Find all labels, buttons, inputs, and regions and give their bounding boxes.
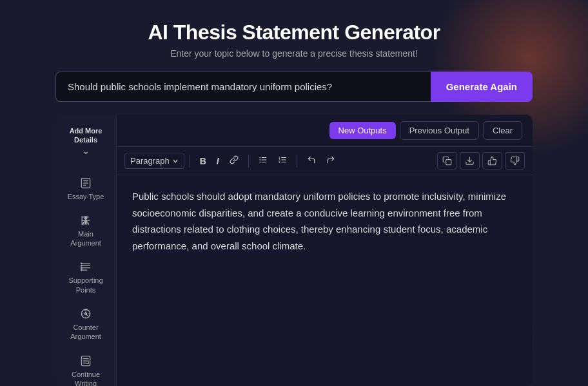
divider-1 bbox=[190, 155, 190, 168]
download-button[interactable] bbox=[460, 152, 480, 169]
page-title: AI Thesis Statement Generator bbox=[148, 21, 440, 44]
generate-button[interactable]: Generate Again bbox=[431, 72, 533, 102]
thumbs-down-button[interactable] bbox=[505, 152, 525, 169]
list-ol-icon: 1 2 3 bbox=[278, 155, 287, 164]
unordered-list-button[interactable] bbox=[254, 153, 272, 169]
link-icon bbox=[230, 155, 239, 164]
svg-rect-34 bbox=[446, 160, 451, 165]
essay-type-label: Essay Type bbox=[68, 192, 104, 201]
editor-area: New Outputs Previous Output Clear Paragr… bbox=[117, 115, 533, 386]
redo-button[interactable] bbox=[322, 153, 340, 169]
svg-point-14 bbox=[81, 267, 83, 269]
chevron-down-icon: ⌄ bbox=[64, 147, 108, 156]
topic-input[interactable] bbox=[55, 72, 431, 102]
sidebar-item-supporting-points[interactable]: Supporting Points bbox=[60, 255, 112, 300]
paragraph-select[interactable]: Paragraph bbox=[124, 153, 184, 169]
main-argument-icon bbox=[79, 214, 92, 227]
supporting-points-icon bbox=[79, 260, 92, 273]
svg-point-27 bbox=[259, 162, 260, 163]
text-format-group: B I bbox=[195, 153, 243, 169]
main-argument-label: Main Argument bbox=[64, 229, 108, 248]
italic-button[interactable]: I bbox=[212, 153, 224, 169]
action-icons bbox=[437, 152, 525, 169]
list-format-group: 1 2 3 bbox=[254, 153, 291, 169]
format-toolbar: Paragraph B I bbox=[117, 147, 533, 175]
undo-icon bbox=[307, 155, 316, 164]
sidebar-item-continue-writing[interactable]: Continue Writing bbox=[60, 349, 112, 386]
clear-button[interactable]: Clear bbox=[483, 121, 522, 140]
previous-output-button[interactable]: Previous Output bbox=[400, 121, 479, 140]
paragraph-label: Paragraph bbox=[130, 156, 170, 166]
svg-point-15 bbox=[81, 270, 83, 271]
paragraph-dropdown-icon bbox=[172, 158, 179, 164]
output-toolbar: New Outputs Previous Output Clear bbox=[117, 115, 533, 147]
page-subtitle: Enter your topic below to generate a pre… bbox=[148, 48, 440, 59]
svg-point-12 bbox=[81, 264, 83, 265]
svg-point-13 bbox=[81, 265, 83, 267]
thumbs-down-icon bbox=[510, 156, 520, 166]
bold-button[interactable]: B bbox=[195, 153, 211, 169]
history-format-group bbox=[302, 153, 340, 169]
continue-writing-label: Continue Writing bbox=[64, 370, 108, 386]
download-icon bbox=[465, 156, 475, 166]
sidebar-item-essay-type[interactable]: Essay Type bbox=[60, 171, 112, 206]
svg-point-6 bbox=[85, 222, 87, 224]
counter-argument-icon bbox=[79, 307, 92, 320]
undo-button[interactable] bbox=[302, 153, 320, 169]
list-ul-icon bbox=[259, 155, 268, 164]
sidebar-item-counter-argument[interactable]: Counter Argument bbox=[60, 302, 112, 347]
essay-type-icon bbox=[79, 177, 92, 189]
continue-writing-icon bbox=[79, 354, 92, 367]
thumbs-up-icon bbox=[487, 156, 497, 166]
ordered-list-button[interactable]: 1 2 3 bbox=[273, 153, 291, 169]
redo-icon bbox=[326, 155, 335, 164]
counter-argument-label: Counter Argument bbox=[64, 323, 108, 342]
new-outputs-button[interactable]: New Outputs bbox=[329, 122, 396, 139]
sidebar-item-main-argument[interactable]: Main Argument bbox=[60, 209, 112, 253]
editor-content[interactable]: Public schools should adopt mandatory un… bbox=[117, 175, 533, 386]
divider-2 bbox=[248, 155, 249, 168]
thesis-text: Public schools should adopt mandatory un… bbox=[132, 188, 517, 254]
copy-button[interactable] bbox=[437, 152, 457, 169]
copy-icon bbox=[442, 156, 452, 166]
link-button[interactable] bbox=[225, 153, 243, 169]
thumbs-up-button[interactable] bbox=[482, 152, 502, 169]
svg-text:3: 3 bbox=[279, 160, 280, 164]
page-header: AI Thesis Statement Generator Enter your… bbox=[148, 21, 440, 59]
divider-3 bbox=[297, 155, 297, 168]
add-more-details-button[interactable]: Add More Details ⌄ bbox=[60, 121, 112, 161]
content-area: Add More Details ⌄ Essay Type bbox=[55, 115, 533, 386]
svg-point-26 bbox=[259, 159, 260, 160]
svg-point-25 bbox=[259, 157, 260, 159]
supporting-points-label: Supporting Points bbox=[64, 276, 108, 294]
input-row: Generate Again bbox=[55, 72, 533, 102]
sidebar: Add More Details ⌄ Essay Type bbox=[55, 115, 117, 386]
